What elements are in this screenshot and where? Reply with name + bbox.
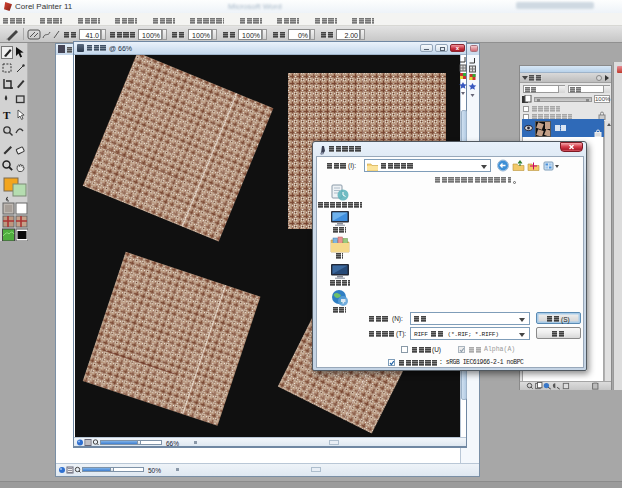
svg-text:T: T: [3, 109, 11, 121]
